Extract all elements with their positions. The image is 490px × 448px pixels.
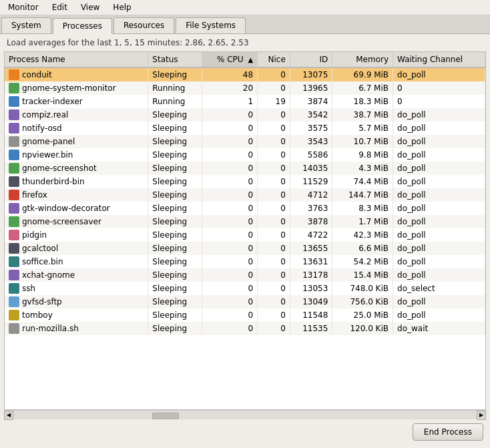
tab-resources[interactable]: Resources: [113, 17, 174, 33]
cell-cpu: 0: [202, 295, 257, 308]
process-icon: [9, 256, 19, 267]
cell-nice: 0: [258, 67, 290, 81]
process-name-label: tracker-indexer: [22, 97, 83, 106]
cell-memory: 42.3 MiB: [332, 228, 393, 242]
cell-process-name: gnome-screensaver: [5, 215, 148, 228]
table-row[interactable]: xchat-gnomeSleeping001317815.4 MiBdo_pol…: [5, 268, 485, 282]
menu-edit[interactable]: Edit: [47, 1, 73, 13]
cell-waiting: do_poll: [393, 188, 485, 202]
table-row[interactable]: firefoxSleeping004712144.7 MiBdo_poll: [5, 188, 485, 202]
bottombar: End Process: [0, 419, 490, 445]
table-row[interactable]: tracker-indexerRunning119387418.3 MiB0: [5, 95, 485, 108]
cell-id: 13965: [290, 81, 332, 95]
table-row[interactable]: sshSleeping0013053748.0 KiBdo_select: [5, 282, 485, 295]
cell-memory: 1.7 MiB: [332, 215, 393, 228]
cell-id: 13178: [290, 268, 332, 282]
cell-nice: 0: [258, 308, 290, 322]
cell-waiting: do_poll: [393, 162, 485, 175]
cell-status: Sleeping: [148, 228, 202, 242]
cell-memory: 10.7 MiB: [332, 135, 393, 148]
tab-system[interactable]: System: [1, 17, 51, 33]
table-row[interactable]: compiz.realSleeping00354238.7 MiBdo_poll: [5, 108, 485, 122]
cell-cpu: 0: [202, 228, 257, 242]
table-row[interactable]: gcalctoolSleeping00136556.6 MiBdo_poll: [5, 242, 485, 255]
menu-help[interactable]: Help: [107, 1, 136, 13]
cell-id: 13053: [290, 282, 332, 295]
cell-memory: 8.3 MiB: [332, 202, 393, 215]
table-row[interactable]: gnome-screensaverSleeping0038781.7 MiBdo…: [5, 215, 485, 228]
table-row[interactable]: tomboySleeping001154825.0 MiBdo_poll: [5, 308, 485, 322]
col-status[interactable]: Status: [148, 52, 202, 67]
cell-cpu: 0: [202, 255, 257, 268]
process-name-label: gnome-system-monitor: [22, 83, 116, 93]
cell-waiting: do_poll: [393, 122, 485, 135]
hscroll-track[interactable]: [13, 413, 477, 418]
table-row[interactable]: thunderbird-binSleeping001152974.4 MiBdo…: [5, 175, 485, 188]
cell-id: 4712: [290, 188, 332, 202]
hscroll-right[interactable]: ▶: [477, 411, 486, 420]
hscroll-container[interactable]: ◀ ▶: [4, 410, 486, 419]
cell-waiting: do_poll: [393, 148, 485, 162]
table-container: Process Name Status % CPU ▲ Nice ID Memo…: [4, 51, 486, 410]
tab-filesystems[interactable]: File Systems: [176, 17, 246, 33]
cell-cpu: 0: [202, 188, 257, 202]
process-icon: [9, 150, 19, 160]
menubar: Monitor Edit View Help: [0, 0, 490, 15]
col-id[interactable]: ID: [290, 52, 332, 67]
cell-memory: 25.0 MiB: [332, 308, 393, 322]
cell-process-name: ssh: [5, 282, 148, 295]
cell-nice: 0: [258, 135, 290, 148]
menu-view[interactable]: View: [75, 1, 105, 13]
col-waiting[interactable]: Waiting Channel: [393, 52, 485, 67]
hscroll-left[interactable]: ◀: [4, 411, 13, 420]
table-row[interactable]: pidginSleeping00472242.3 MiBdo_poll: [5, 228, 485, 242]
cell-nice: 0: [258, 255, 290, 268]
col-memory[interactable]: Memory: [332, 52, 393, 67]
cell-memory: 38.7 MiB: [332, 108, 393, 122]
cell-waiting: do_poll: [393, 308, 485, 322]
table-row[interactable]: run-mozilla.shSleeping0011535120.0 KiBdo…: [5, 322, 485, 335]
end-process-button[interactable]: End Process: [413, 423, 483, 441]
col-nice[interactable]: Nice: [258, 52, 290, 67]
table-row[interactable]: soffice.binSleeping001363154.2 MiBdo_pol…: [5, 255, 485, 268]
process-icon: [9, 296, 19, 307]
process-name-label: xchat-gnome: [22, 270, 75, 280]
table-row[interactable]: gtk-window-decoratorSleeping0037638.3 Mi…: [5, 202, 485, 215]
cell-id: 3878: [290, 215, 332, 228]
process-icon: [9, 136, 19, 147]
cell-cpu: 48: [202, 67, 257, 81]
cell-memory: 18.3 MiB: [332, 95, 393, 108]
table-row[interactable]: notify-osdSleeping0035755.7 MiBdo_poll: [5, 122, 485, 135]
cell-memory: 748.0 KiB: [332, 282, 393, 295]
menu-monitor[interactable]: Monitor: [3, 1, 44, 13]
hscroll-thumb[interactable]: [152, 413, 179, 419]
table-row[interactable]: gnome-system-monitorRunning200139656.7 M…: [5, 81, 485, 95]
process-name-label: thunderbird-bin: [22, 177, 85, 186]
cell-memory: 54.2 MiB: [332, 255, 393, 268]
table-row[interactable]: gvfsd-sftpSleeping0013049756.0 KiBdo_pol…: [5, 295, 485, 308]
cell-nice: 0: [258, 175, 290, 188]
cell-waiting: do_poll: [393, 268, 485, 282]
cell-status: Sleeping: [148, 135, 202, 148]
cell-cpu: 0: [202, 242, 257, 255]
col-cpu[interactable]: % CPU ▲: [202, 52, 257, 67]
table-row[interactable]: conduitSleeping4801307569.9 MiBdo_poll: [5, 67, 485, 81]
cell-waiting: do_poll: [393, 175, 485, 188]
col-process-name[interactable]: Process Name: [5, 52, 148, 67]
cell-waiting: 0: [393, 81, 485, 95]
cell-nice: 0: [258, 188, 290, 202]
process-name-label: conduit: [22, 70, 52, 79]
cell-id: 11535: [290, 322, 332, 335]
table-scroll[interactable]: Process Name Status % CPU ▲ Nice ID Memo…: [5, 52, 485, 409]
process-name-label: soffice.bin: [22, 257, 63, 266]
process-icon: [9, 270, 19, 280]
table-row[interactable]: gnome-screenshotSleeping00140354.3 MiBdo…: [5, 162, 485, 175]
cell-cpu: 1: [202, 95, 257, 108]
process-name-label: notify-osd: [22, 124, 62, 133]
tab-processes[interactable]: Processes: [53, 18, 112, 34]
cell-id: 3575: [290, 122, 332, 135]
table-row[interactable]: npviewer.binSleeping0055869.8 MiBdo_poll: [5, 148, 485, 162]
cell-process-name: tracker-indexer: [5, 95, 148, 108]
table-row[interactable]: gnome-panelSleeping00354310.7 MiBdo_poll: [5, 135, 485, 148]
cell-id: 13655: [290, 242, 332, 255]
